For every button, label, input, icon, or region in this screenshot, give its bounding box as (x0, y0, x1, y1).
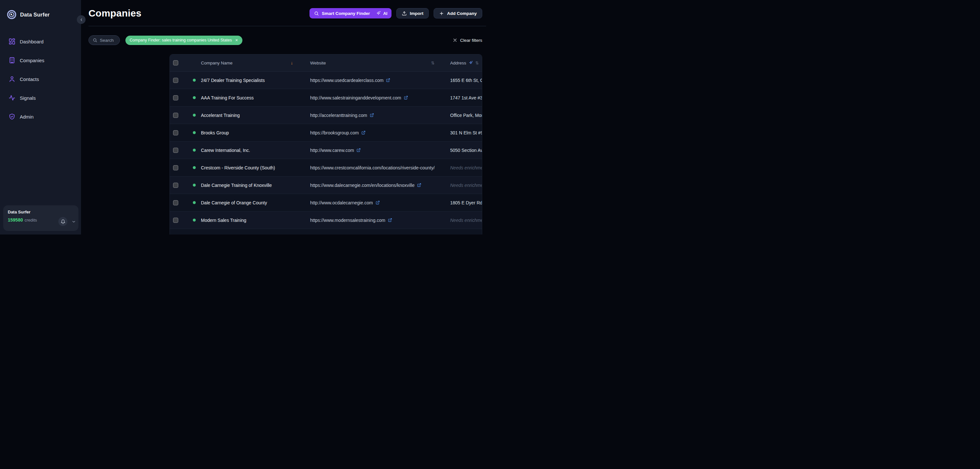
row-checkbox[interactable] (173, 78, 178, 83)
search-icon (314, 11, 319, 16)
sidebar-item-companies[interactable]: Companies (8, 53, 81, 67)
website-url: https://www.usedcardealerclass.com (310, 78, 383, 83)
sidebar-item-signals[interactable]: Signals (8, 91, 81, 105)
brand-name: Data Surfer (20, 12, 49, 18)
row-checkbox[interactable] (173, 148, 178, 153)
table-row[interactable]: Brooks Grouphttps://brooksgroup.com301 N… (170, 124, 482, 141)
address: Needs enrichment (450, 183, 482, 188)
filter-chip[interactable]: Company Finder: sales training companies… (126, 36, 242, 45)
company-name: Brooks Group (201, 130, 310, 135)
credits-account-name: Data Surfer (8, 210, 74, 215)
sort-descending-icon[interactable]: ↓ (291, 60, 293, 65)
address: 301 N Elm St #900, G (450, 130, 482, 135)
sidebar: Data Surfer Dashboard (0, 0, 81, 234)
brand: Data Surfer (0, 0, 81, 19)
main-content: Companies Smart Company Finder (81, 0, 490, 234)
address: 5050 Section Ave Th (450, 148, 482, 153)
column-header-address[interactable]: Address ⇅ (450, 60, 482, 65)
row-checkbox[interactable] (173, 218, 178, 223)
row-checkbox[interactable] (173, 183, 178, 188)
add-company-label: Add Company (447, 11, 477, 16)
search-input-wrapper[interactable] (89, 35, 120, 45)
upload-icon (402, 11, 407, 16)
external-link-icon[interactable] (370, 113, 374, 117)
external-link-icon[interactable] (404, 95, 408, 100)
sidebar-item-label: Dashboard (20, 39, 43, 45)
credits-label: credits (25, 218, 37, 223)
ai-sparkle-icon (469, 60, 473, 65)
website-url: https://brooksgroup.com (310, 130, 359, 135)
chip-remove-icon[interactable]: ✕ (235, 38, 238, 43)
row-checkbox[interactable] (173, 165, 178, 170)
app-window: Data Surfer Dashboard (0, 0, 490, 234)
credits-amount: 159580 (8, 217, 23, 223)
sidebar-item-label: Contacts (20, 76, 39, 82)
external-link-icon[interactable] (417, 183, 421, 187)
sidebar-item-label: Signals (20, 95, 36, 101)
company-name: 24/7 Dealer Training Specialists (201, 78, 310, 83)
external-link-icon[interactable] (361, 130, 366, 135)
company-name: Accelerant Training (201, 113, 310, 118)
external-link-icon[interactable] (386, 78, 390, 82)
external-link-icon[interactable] (375, 200, 380, 205)
column-header-company-name[interactable]: Company Name ↓ (201, 60, 310, 65)
clear-filters-label: Clear filters (460, 38, 482, 43)
sidebar-item-dashboard[interactable]: Dashboard (8, 34, 81, 49)
website-url: https://www.modernsalestraining.com (310, 218, 385, 223)
table-row[interactable]: Accelerant Traininghttp://acceleranttrai… (170, 107, 482, 124)
row-checkbox[interactable] (173, 130, 178, 135)
select-all-checkbox[interactable] (173, 60, 178, 65)
status-dot (193, 219, 196, 221)
add-company-button[interactable]: Add Company (434, 8, 482, 19)
status-dot (193, 184, 196, 186)
sort-toggle-icon[interactable]: ⇅ (431, 60, 434, 65)
row-checkbox[interactable] (173, 200, 178, 205)
plus-icon (439, 11, 444, 16)
ai-badge-label: AI (383, 11, 387, 16)
search-input[interactable] (100, 38, 116, 43)
import-button[interactable]: Import (396, 8, 429, 19)
row-checkbox[interactable] (173, 95, 178, 100)
table-row[interactable]: Modern Sales Traininghttps://www.moderns… (170, 211, 482, 229)
filter-chip-label: Company Finder: sales training companies… (130, 38, 232, 43)
table-row[interactable]: Crestcom - Riverside County (South)https… (170, 159, 482, 176)
address: 1805 E Dyer Rd #109 (450, 200, 482, 205)
companies-table: Company Name ↓ Website ⇅ Address ⇅ (170, 54, 482, 234)
clear-filters-button[interactable]: Clear filters (453, 38, 482, 43)
sidebar-collapse-button[interactable] (77, 15, 86, 24)
status-dot (193, 201, 196, 204)
status-dot (193, 79, 196, 82)
sidebar-item-contacts[interactable]: Contacts (8, 72, 81, 86)
sidebar-item-label: Companies (20, 58, 45, 63)
smart-finder-label: Smart Company Finder (322, 11, 370, 16)
table-header: Company Name ↓ Website ⇅ Address ⇅ (170, 54, 482, 72)
table-row[interactable]: Dale Carnegie of Orange Countyhttp://www… (170, 194, 482, 211)
table-row[interactable]: AAA Training For Successhttp://www.sales… (170, 89, 482, 107)
company-name: Dale Carnegie Training of Knoxville (201, 183, 310, 188)
external-link-icon[interactable] (388, 218, 392, 222)
website-url: https://www.dalecarnegie.com/en/location… (310, 183, 415, 188)
sidebar-nav: Dashboard Companies (0, 34, 81, 124)
table-row[interactable]: Dale Carnegie Training of Knoxvillehttps… (170, 176, 482, 194)
smart-company-finder-button[interactable]: Smart Company Finder AI (310, 8, 392, 19)
notifications-button[interactable] (58, 217, 67, 226)
table-row[interactable]: Carew International, Inc.http://www.care… (170, 141, 482, 159)
table-row[interactable]: 24/7 Dealer Training Specialistshttps://… (170, 72, 482, 89)
column-header-website[interactable]: Website ⇅ (310, 60, 450, 65)
page-title: Companies (89, 8, 142, 19)
table-row-partial[interactable] (170, 229, 482, 234)
sort-toggle-icon[interactable]: ⇅ (476, 60, 479, 65)
address: 1655 E 6th St, Coron (450, 78, 482, 83)
chevron-down-icon[interactable] (71, 219, 76, 224)
sidebar-item-admin[interactable]: Admin (8, 110, 81, 124)
row-checkbox[interactable] (173, 113, 178, 118)
ai-sparkle-icon (376, 11, 381, 16)
external-link-icon[interactable] (356, 148, 361, 152)
dashboard-icon (8, 38, 16, 45)
shield-check-icon (8, 113, 16, 120)
bell-icon (60, 219, 65, 224)
chevron-left-icon (79, 17, 84, 22)
address: Needs enrichment (450, 165, 482, 170)
website-url: http://www.carew.com (310, 148, 354, 153)
status-dot (193, 166, 196, 169)
